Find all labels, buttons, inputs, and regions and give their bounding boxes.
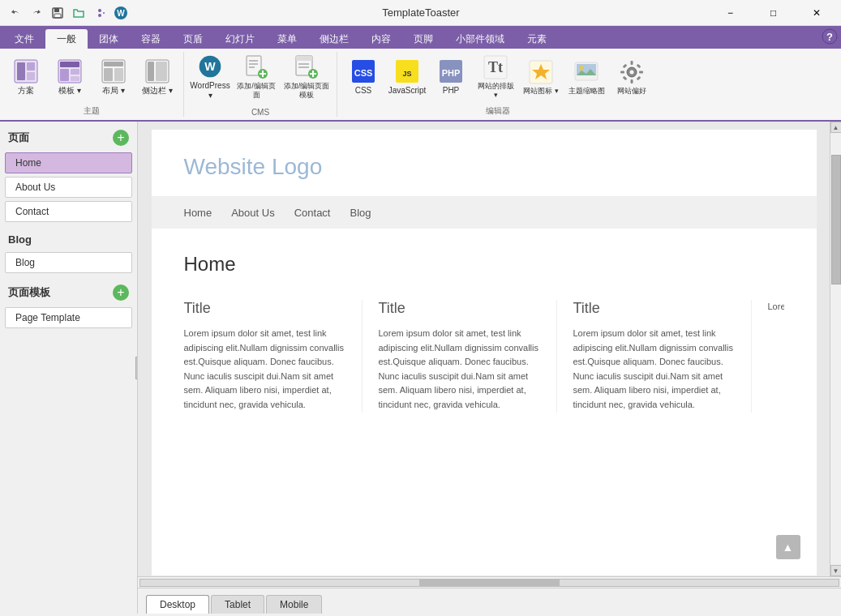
sidebar-item-about[interactable]: About Us (5, 177, 132, 198)
nav-item-contact[interactable]: Contact (294, 207, 331, 219)
tab-file[interactable]: 文件 (3, 29, 45, 49)
wp-icon: W (112, 4, 130, 22)
tab-group[interactable]: 团体 (88, 29, 130, 49)
add-edit-template-button[interactable]: 添加/编辑页面模板 (281, 52, 332, 102)
css-button[interactable]: CSS CSS (342, 52, 384, 102)
sidebar-item-page-template[interactable]: Page Template (5, 307, 132, 328)
redo-icon[interactable] (28, 4, 45, 22)
scroll-down-button[interactable]: ▼ (830, 565, 842, 576)
tab-element[interactable]: 元素 (516, 29, 558, 49)
svg-rect-15 (60, 69, 69, 81)
svg-text:?: ? (826, 31, 833, 43)
site-header: Website Logo (152, 130, 817, 197)
close-button[interactable]: ✕ (798, 2, 835, 24)
h-scroll-thumb[interactable] (419, 580, 559, 586)
thumbnail-button[interactable]: 主题缩略图 (564, 52, 608, 102)
scroll-thumb[interactable] (831, 155, 841, 284)
help-icon[interactable]: ? (822, 28, 838, 47)
tab-menu[interactable]: 菜单 (266, 29, 308, 49)
cms-group-items: W WordPress ▾ (189, 52, 332, 106)
main-layout: ◀ 页面 + Home About Us Contact Blog Blog 页… (0, 122, 841, 614)
vertical-scrollbar[interactable]: ▲ ▼ (830, 122, 841, 576)
sidebar-item-home[interactable]: Home (5, 152, 132, 173)
tab-widget[interactable]: 小部件领域 (444, 29, 516, 49)
content-col-1: Title Lorem ipsum dolor sit amet, test l… (184, 300, 363, 413)
ribbon-tabs: 文件 一般 团体 容器 页盾 幻灯片 菜单 侧边栏 内容 页脚 小部件领域 元素… (0, 26, 841, 49)
site-content: Home Title Lorem ipsum dolor sit amet, t… (152, 229, 817, 437)
sidebar-layout-button[interactable]: 侧边栏 ▾ (136, 52, 178, 102)
typography-button[interactable]: Tt 网站的排版 ▾ (474, 52, 517, 102)
col-3-text: Lorem ipsum dolor sit amet, test link ad… (573, 327, 735, 413)
nav-item-home[interactable]: Home (184, 207, 212, 219)
svg-rect-20 (104, 68, 113, 81)
svg-rect-10 (17, 62, 25, 80)
svg-text:Tt: Tt (488, 59, 503, 75)
nav-item-blog[interactable]: Blog (350, 207, 371, 219)
minimize-button[interactable]: − (712, 2, 749, 24)
svg-rect-56 (631, 61, 633, 65)
add-page-button[interactable]: + (113, 130, 129, 146)
template-button[interactable]: 模板 ▾ (49, 52, 91, 102)
add-edit-page-label: 添加/编辑页面 (234, 82, 278, 100)
add-template-button[interactable]: + (113, 284, 129, 301)
theme-group-items: 方案 模板 ▾ (5, 52, 178, 104)
svg-point-3 (98, 9, 101, 12)
save-icon[interactable] (49, 4, 67, 22)
editor-group-items: CSS CSS JS JavaScript (342, 52, 654, 104)
col-1-text: Lorem ipsum dolor sit amet, test link ad… (184, 327, 345, 413)
tab-footer[interactable]: 页脚 (402, 29, 444, 49)
sidebar-item-blog[interactable]: Blog (5, 252, 132, 273)
wordpress-button[interactable]: W WordPress ▾ (189, 52, 231, 102)
preview-scroll[interactable]: Website Logo Home About Us Contact Blog … (138, 122, 830, 576)
undo-icon[interactable] (6, 4, 24, 22)
tab-tablet[interactable]: Tablet (211, 595, 264, 614)
layout-button[interactable]: 布局 ▾ (92, 52, 135, 102)
pages-section-header: 页面 + (5, 128, 132, 148)
template-label: 模板 ▾ (58, 86, 81, 96)
svg-text:W: W (117, 9, 125, 18)
ribbon-group-editor: CSS CSS JS JavaScript (337, 52, 659, 117)
col-4-text: Lorem ipsum dolor sit amet, test link ad… (768, 300, 784, 314)
tab-mobile[interactable]: Mobile (266, 595, 322, 614)
content-col-2: Title Lorem ipsum dolor sit amet, test l… (379, 300, 557, 413)
scheme-button[interactable]: 方案 (5, 52, 47, 102)
scroll-up-button[interactable]: ▲ (830, 122, 842, 133)
open-icon[interactable] (70, 4, 88, 22)
svg-rect-14 (60, 62, 79, 67)
svg-rect-17 (71, 76, 79, 81)
h-scroll-track[interactable] (139, 579, 839, 587)
blog-section-title: Blog (8, 233, 32, 246)
add-edit-template-label: 添加/编辑页面模板 (283, 82, 330, 100)
tab-desktop[interactable]: Desktop (146, 595, 209, 614)
nav-item-about[interactable]: About Us (231, 207, 274, 219)
content-col-4: Lorem ipsum dolor sit amet, test link ad… (768, 300, 784, 413)
ribbon-group-theme: 方案 模板 ▾ (0, 52, 184, 117)
col-3-title: Title (573, 300, 735, 317)
scroll-track[interactable] (830, 133, 842, 565)
sidebar-item-contact[interactable]: Contact (5, 201, 132, 222)
scroll-to-top-button[interactable]: ▲ (776, 535, 800, 559)
tab-container[interactable]: 容器 (130, 29, 172, 49)
pages-section-title: 页面 (8, 130, 29, 145)
maximize-button[interactable]: □ (755, 2, 792, 24)
svg-rect-35 (296, 56, 312, 61)
preference-button[interactable]: 网站偏好 (610, 52, 654, 102)
view-tabs-bar: Desktop Tablet Mobile (138, 588, 841, 614)
tab-shield[interactable]: 页盾 (172, 29, 214, 49)
tab-slideshow[interactable]: 幻灯片 (214, 29, 266, 49)
page-title: Home (184, 253, 784, 276)
php-button[interactable]: PHP PHP (430, 52, 472, 102)
settings-dropdown-icon[interactable] (91, 4, 109, 22)
preference-label: 网站偏好 (617, 87, 646, 96)
horizontal-scrollbar[interactable] (138, 576, 841, 588)
site-logo: Website Logo (184, 154, 784, 180)
site-icon-button[interactable]: 网站图标 ▾ (519, 52, 563, 102)
tab-content[interactable]: 内容 (360, 29, 402, 49)
tab-general[interactable]: 一般 (45, 29, 88, 49)
js-button[interactable]: JS JavaScript (386, 52, 428, 102)
scheme-label: 方案 (18, 86, 34, 96)
tab-sidebar[interactable]: 侧边栏 (308, 29, 360, 49)
wordpress-label: WordPress ▾ (190, 81, 230, 101)
add-edit-page-button[interactable]: 添加/编辑页面 (233, 52, 280, 102)
content-col-3: Title Lorem ipsum dolor sit amet, test l… (573, 300, 752, 413)
